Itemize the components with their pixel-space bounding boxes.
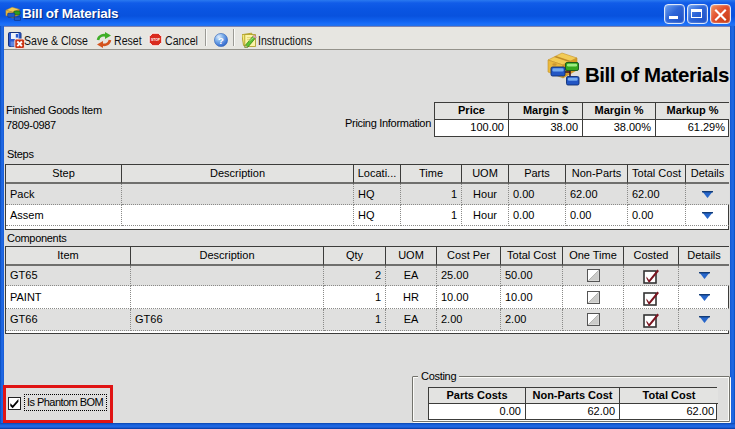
svg-text:?: ?	[218, 35, 224, 46]
svg-text:STOP: STOP	[151, 38, 161, 42]
